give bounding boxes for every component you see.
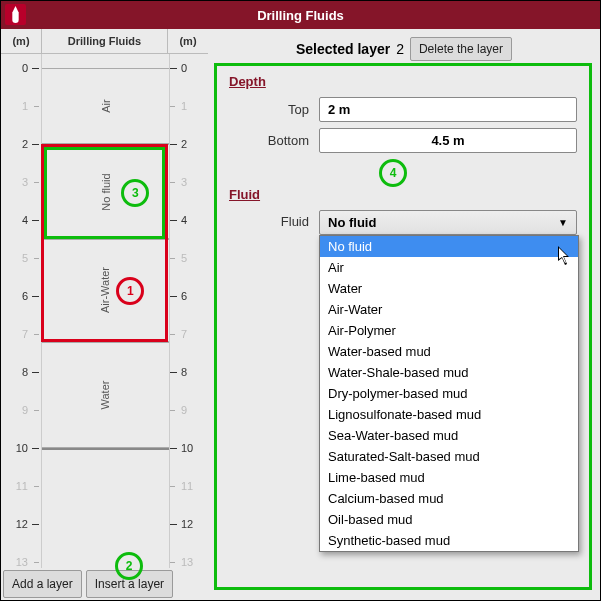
fluid-option[interactable]: No fluid <box>320 236 578 257</box>
fluid-option[interactable]: Calcium-based mud <box>320 488 578 509</box>
bottom-label: Bottom <box>229 133 319 148</box>
top-input[interactable]: 2 m <box>319 97 577 122</box>
mid-header: Drilling Fluids <box>41 29 168 53</box>
fluid-select-value: No fluid <box>328 215 376 230</box>
fluid-option[interactable]: Air <box>320 257 578 278</box>
bottom-input[interactable]: 4.5 m <box>319 128 577 153</box>
track-panel: (m) Drilling Fluids (m) 0246810121357911… <box>1 29 208 600</box>
fluid-dropdown[interactable]: No fluidAirWaterAir-WaterAir-PolymerWate… <box>319 235 579 552</box>
insert-layer-button[interactable]: Insert a layer <box>86 570 173 598</box>
layer-buttons-row: Add a layer Insert a layer 2 <box>1 568 208 600</box>
add-layer-button[interactable]: Add a layer <box>3 570 82 598</box>
depth-track[interactable]: 024681012135791113 AirNo fluidAir-WaterW… <box>1 54 208 568</box>
layer-label: No fluid <box>99 173 111 210</box>
top-label: Top <box>229 102 319 117</box>
annot-circle-4-num: 4 <box>390 166 397 180</box>
fluid-option[interactable]: Lime-based mud <box>320 467 578 488</box>
fluid-option[interactable]: Synthetic-based mud <box>320 530 578 551</box>
properties-box: Depth Top 2 m Bottom 4.5 m 4 Fluid Fluid <box>214 63 592 590</box>
fluid-select[interactable]: No fluid ▼ No fluidAirWaterAir-WaterAir-… <box>319 210 577 235</box>
delete-layer-button[interactable]: Delete the layer <box>410 37 512 61</box>
left-unit-header: (m) <box>1 29 41 53</box>
fluid-option[interactable]: Air-Water <box>320 299 578 320</box>
fluid-option[interactable]: Dry-polymer-based mud <box>320 383 578 404</box>
fluid-option[interactable]: Lignosulfonate-based mud <box>320 404 578 425</box>
fluid-section-title: Fluid <box>229 187 577 202</box>
left-ruler: 024681012135791113 <box>1 54 41 568</box>
titlebar: Drilling Fluids <box>1 1 600 29</box>
fluid-option[interactable]: Saturated-Salt-based mud <box>320 446 578 467</box>
layer[interactable]: Air-Water <box>42 239 169 342</box>
annot-circle-4: 4 <box>379 159 407 187</box>
fluid-option[interactable]: Oil-based mud <box>320 509 578 530</box>
fluid-option[interactable]: Sea-Water-based mud <box>320 425 578 446</box>
right-ruler: 024681012135791113 <box>168 54 208 568</box>
fluid-label: Fluid <box>229 210 319 229</box>
fluid-option[interactable]: Water <box>320 278 578 299</box>
depth-section-title: Depth <box>229 74 577 89</box>
fluid-option[interactable]: Air-Polymer <box>320 320 578 341</box>
fluid-option[interactable]: Water-Shale-based mud <box>320 362 578 383</box>
layer-label: Air-Water <box>99 267 111 313</box>
layer[interactable]: Water <box>42 342 169 448</box>
layer[interactable]: Air <box>42 68 169 144</box>
layer-column[interactable]: AirNo fluidAir-WaterWater <box>41 54 170 568</box>
selected-layer-number: 2 <box>396 41 404 57</box>
layer[interactable] <box>42 448 169 450</box>
window-title: Drilling Fluids <box>257 8 344 23</box>
properties-panel: Selected layer 2 Delete the layer Depth … <box>208 29 600 600</box>
fluid-option[interactable]: Water-based mud <box>320 341 578 362</box>
chevron-down-icon: ▼ <box>558 217 568 228</box>
selected-layer-title: Selected layer <box>296 41 390 57</box>
top-input-value: 2 m <box>328 102 350 117</box>
right-unit-header: (m) <box>168 29 208 53</box>
bottom-input-value: 4.5 m <box>431 133 464 148</box>
app-window: Drilling Fluids (m) Drilling Fluids (m) … <box>0 0 601 601</box>
layer-label: Air <box>99 99 111 112</box>
app-icon <box>5 4 26 25</box>
layer[interactable]: No fluid <box>42 144 169 239</box>
layer-label: Water <box>100 380 112 409</box>
